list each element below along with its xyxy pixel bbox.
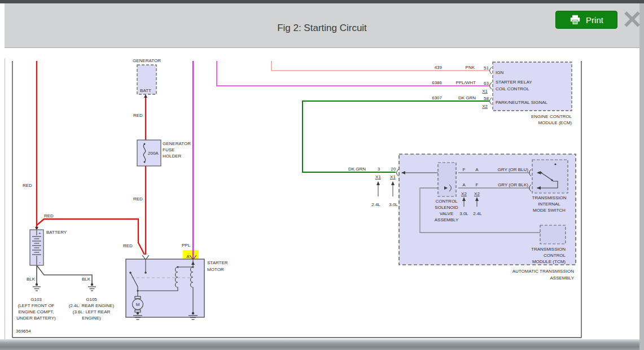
ecm-pin-63: 63 [484, 81, 489, 86]
wire-color-dkgrn: DK GRN [458, 95, 476, 100]
generator: GENERATOR BATT [133, 58, 161, 98]
title-bar: Fig 2: Starting Circuit Print [5, 3, 639, 48]
tcm-name-1: TRANSMISSION [531, 247, 566, 252]
close-icon[interactable] [623, 10, 641, 29]
terminal-arrow-icon [144, 94, 147, 98]
tcm-name-2: CONTROL [544, 253, 566, 258]
ppl-label: PPL [182, 243, 191, 248]
g103-desc-1: (LEFT FRONT OF [17, 303, 54, 308]
red-label: RED [44, 213, 54, 218]
red-label: RED [23, 183, 32, 188]
mode-switch-name-3: MODE SWITCH [533, 208, 566, 213]
wire-color-dkgrn: DK GRN [348, 167, 366, 172]
conn-x1: X1 [375, 174, 381, 180]
wire-ppl-starter [183, 61, 199, 261]
engine-3-0l: 3.0L [389, 202, 398, 207]
generator-batt-terminal: BATT [140, 88, 151, 93]
ecm-name-2: MODULE (ECM) [538, 120, 572, 125]
ecm-pin-51: 51 [484, 65, 489, 71]
g103-desc-3: UNDER BATTERY) [16, 316, 56, 321]
g105-id: G105 [86, 297, 97, 302]
wire-color-pnk: PNK [466, 65, 475, 70]
wire-pplwht-6386 [217, 61, 489, 86]
motor-m-label: M [136, 302, 140, 307]
blk-label: BLK [82, 277, 91, 282]
figure-number: 369654 [16, 329, 31, 334]
engine-3-0l: 3.0L [459, 211, 468, 216]
blk-label: BLK [27, 277, 36, 282]
window-right-edge [639, 3, 644, 350]
solenoid-name-2: SOLENOID [435, 205, 458, 210]
ground-icon [33, 283, 41, 291]
wire-pnk-439 [271, 61, 489, 71]
ecm-name-1: ENGINE CONTROL [531, 114, 572, 119]
ecm-signal-ign: IGN [496, 70, 503, 75]
conn-x1: X1 [390, 174, 396, 180]
ecm-conn-x1: X1 [482, 89, 488, 94]
mode-switch-name-1: TRANSMISSION [532, 195, 567, 200]
engine-variant-arrows-icon [378, 184, 393, 196]
connector-arcs-icon [490, 67, 492, 104]
wire-color-labels: RED RED RED RED RED PPL [23, 113, 191, 248]
battery-minus: - [39, 260, 41, 265]
generator-label: GENERATOR [133, 58, 161, 63]
solenoid-name-4: ASSEMBLY [435, 217, 459, 222]
sol-pin-f: F [463, 167, 466, 172]
ecm: 439 PNK 6386 PPL/WHT 6307 DK GRN 51 63 X… [432, 62, 572, 125]
tcm-name-3: MODULE (TCM) [532, 259, 566, 264]
assembly-name-2: ASSEMBLY [550, 275, 574, 281]
wire-num-6386: 6386 [432, 80, 442, 85]
wiring-diagram: GENERATOR BATT 200A GENERATOR FUSE HOLDE… [0, 0, 644, 350]
solenoid-name-1: CONTROL [435, 199, 458, 204]
fuse-label-1: GENERATOR [163, 141, 191, 146]
ecm-signal-pnp: PARK/NEUTRAL SIGNAL [496, 100, 548, 105]
wire-num-6307: 6307 [432, 95, 442, 100]
g103-desc-2: ENGINE COMPT, [18, 309, 54, 314]
figure-viewer-window: Fig 2: Starting Circuit Print [0, 0, 644, 350]
print-button[interactable]: Print [555, 11, 617, 29]
conn-pin-20: 20 [391, 167, 396, 172]
assembly-name-1: AUTOMATIC TRANSMISSION [512, 269, 575, 274]
wire-color-gry-blu: GRY (OR BLU) [498, 167, 529, 172]
starter-label-2: MOTOR [207, 267, 224, 272]
ground-g105: BLK G105 (2.4L: REAR ENGINE) (3.6L: LEFT… [69, 277, 115, 321]
fuse-label-2: FUSE [163, 147, 174, 152]
battery: + - BATTERY [30, 227, 67, 265]
figure-title: Fig 2: Starting Circuit [5, 23, 639, 34]
fuse-rating: 200A [148, 151, 159, 156]
ecm-conn-x2: X2 [482, 104, 488, 109]
assembly-label: AUTOMATIC TRANSMISSION ASSEMBLY [512, 269, 575, 281]
wire-color-gry-blk: GRY (OR BLK) [498, 182, 528, 187]
sol-pin-a: A [475, 167, 479, 172]
terminal-a-label: A [186, 254, 190, 259]
sol-pin-a: A [462, 182, 466, 187]
sol-conn-x2: X2 [474, 191, 480, 196]
battery-label: BATTERY [46, 230, 67, 235]
ground-g103: BLK G103 (LEFT FRONT OF ENGINE COMPT, UN… [16, 277, 56, 321]
g105-desc-2: (3.6L: LEFT REAR [73, 309, 111, 314]
sol-pin-f: F [476, 182, 479, 187]
red-label: RED [133, 196, 143, 202]
fuse-label-3: HOLDER [163, 154, 182, 159]
conn-pin-3: 3 [378, 167, 380, 172]
sol-conn-x2: X2 [461, 191, 467, 196]
solenoid-name-3: VALVE [440, 211, 454, 216]
print-button-label: Print [586, 15, 603, 25]
ecm-signal-relay-2: COIL CONTROL [496, 86, 529, 91]
ground-icon [88, 283, 96, 291]
starter-label-1: STARTER [207, 260, 228, 265]
printer-icon [569, 15, 581, 25]
wire-color-pplwht: PPL/WHT [455, 80, 476, 85]
wire-num-439: 439 [435, 65, 443, 70]
g105-desc-3: ENGINE) [82, 316, 101, 321]
ecm-pin-58: 58 [484, 96, 489, 101]
red-label: RED [123, 243, 133, 248]
bottom-scrollbar[interactable] [0, 339, 644, 350]
engine-2-4l: 2.4L [371, 202, 380, 207]
g105-desc-1: (2.4L: REAR ENGINE) [69, 303, 115, 308]
mode-switch-name-2: INTERNAL [538, 202, 560, 207]
ecm-signal-relay-1: STARTER RELAY [496, 80, 532, 85]
generator-fuse-holder: 200A GENERATOR FUSE HOLDER [137, 140, 191, 166]
engine-2-4l: 2.4L [473, 211, 482, 216]
red-label: RED [133, 113, 143, 118]
